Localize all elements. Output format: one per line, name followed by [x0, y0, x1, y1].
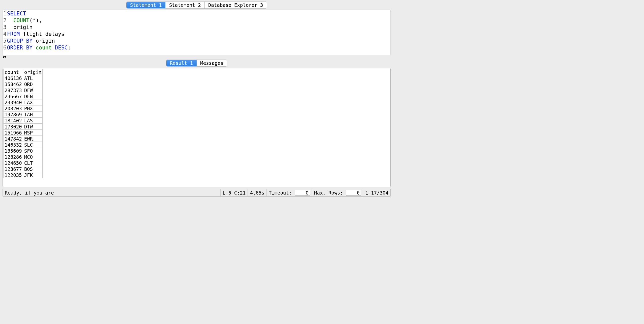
table-cell[interactable]: ATL — [23, 75, 43, 81]
status-elapsed-time: 4.65s — [248, 189, 266, 196]
line-number: 2 — [3, 17, 7, 24]
table-cell[interactable]: SLC — [23, 142, 43, 148]
line-number: 5 — [3, 38, 7, 44]
results-scroll[interactable]: countorigin 406136ATL358462ORD287373DFW2… — [3, 69, 390, 186]
table-row[interactable]: 124650CLT — [4, 160, 43, 166]
splitter-handle[interactable]: ▲▼ — [0, 55, 393, 59]
line-number: 6 — [3, 44, 7, 51]
code-line[interactable]: GROUP BY origin — [7, 38, 71, 44]
table-cell[interactable]: 124650 — [4, 160, 23, 166]
results-panel: countorigin 406136ATL358462ORD287373DFW2… — [3, 68, 391, 187]
results-table[interactable]: countorigin 406136ATL358462ORD287373DFW2… — [3, 69, 43, 178]
table-cell[interactable]: 147842 — [4, 136, 23, 142]
tab-messages[interactable]: Messages — [197, 60, 227, 66]
table-cell[interactable]: SFO — [23, 148, 43, 154]
table-row[interactable]: 128286MCO — [4, 154, 43, 160]
table-row[interactable]: 173020DTW — [4, 124, 43, 130]
table-cell[interactable]: JFK — [23, 172, 43, 178]
table-row[interactable]: 147842EWR — [4, 136, 43, 142]
table-cell[interactable]: BOS — [23, 166, 43, 172]
tab-result-1[interactable]: Result 1 — [166, 60, 197, 66]
table-cell[interactable]: IAH — [23, 112, 43, 118]
table-cell[interactable]: MCO — [23, 154, 43, 160]
status-maxrows: Max. Rows: — [312, 189, 363, 196]
line-number: 4 — [3, 31, 7, 38]
table-cell[interactable]: 208203 — [4, 105, 23, 112]
table-cell[interactable]: DTW — [23, 124, 43, 130]
editor-gutter: 123456 — [3, 10, 7, 51]
result-tabbar: Result 1 Messages — [166, 60, 227, 67]
table-cell[interactable]: ORD — [23, 81, 43, 87]
top-tabbar: Statement 1 Statement 2 Database Explore… — [126, 2, 267, 9]
table-cell[interactable]: LAS — [23, 118, 43, 124]
table-cell[interactable]: 128286 — [4, 154, 23, 160]
table-cell[interactable]: DEN — [23, 93, 43, 99]
table-cell[interactable]: DFW — [23, 87, 43, 93]
table-cell[interactable]: 122035 — [4, 172, 23, 178]
table-cell[interactable]: EWR — [23, 136, 43, 142]
table-cell[interactable]: 406136 — [4, 75, 23, 81]
table-row[interactable]: 358462ORD — [4, 81, 43, 87]
editor-code[interactable]: SELECT COUNT(*), originFROM flight_delay… — [7, 10, 71, 51]
status-timeout: Timeout: — [267, 189, 312, 196]
line-number: 3 — [3, 24, 7, 31]
sql-editor[interactable]: 123456 SELECT COUNT(*), originFROM fligh… — [3, 10, 391, 55]
table-cell[interactable]: 181402 — [4, 118, 23, 124]
line-number: 1 — [3, 10, 7, 17]
timeout-input[interactable] — [295, 190, 310, 196]
code-line[interactable]: ORDER BY count DESC; — [7, 44, 71, 51]
table-row[interactable]: 197869IAH — [4, 112, 43, 118]
status-ready: Ready, if you are — [3, 189, 221, 196]
table-cell[interactable]: 358462 — [4, 81, 23, 87]
table-cell[interactable]: 123677 — [4, 166, 23, 172]
status-timeout-label: Timeout: — [269, 190, 292, 196]
code-line[interactable]: FROM flight_delays — [7, 31, 71, 38]
table-cell[interactable]: PHX — [23, 105, 43, 112]
table-cell[interactable]: LAX — [23, 99, 43, 105]
status-row-range: 1-17/304 — [363, 189, 390, 196]
table-row[interactable]: 287373DFW — [4, 87, 43, 93]
splitter-arrows-icon: ▲▼ — [3, 56, 6, 58]
result-tab-strip: Result 1 Messages — [0, 59, 393, 68]
table-row[interactable]: 233940LAX — [4, 99, 43, 105]
table-cell[interactable]: 236667 — [4, 93, 23, 99]
table-cell[interactable]: 233940 — [4, 99, 23, 105]
tab-database-explorer-3[interactable]: Database Explorer 3 — [205, 2, 266, 8]
table-row[interactable]: 123677BOS — [4, 166, 43, 172]
tab-statement-2[interactable]: Statement 2 — [166, 2, 205, 8]
column-header[interactable]: origin — [23, 69, 43, 75]
table-row[interactable]: 146332SLC — [4, 142, 43, 148]
status-cursor-position: L:6 C:21 — [221, 189, 248, 196]
table-cell[interactable]: 197869 — [4, 112, 23, 118]
table-row[interactable]: 122035JFK — [4, 172, 43, 178]
table-cell[interactable]: 135609 — [4, 148, 23, 154]
status-maxrows-label: Max. Rows: — [314, 190, 343, 196]
tab-statement-1[interactable]: Statement 1 — [126, 2, 166, 8]
table-cell[interactable]: CLT — [23, 160, 43, 166]
code-line[interactable]: SELECT — [7, 10, 71, 17]
table-row[interactable]: 151966MSP — [4, 130, 43, 136]
column-header[interactable]: count — [4, 69, 23, 75]
table-cell[interactable]: 173020 — [4, 124, 23, 130]
top-tab-strip: Statement 1 Statement 2 Database Explore… — [0, 0, 393, 10]
code-line[interactable]: origin — [7, 24, 71, 31]
table-row[interactable]: 135609SFO — [4, 148, 43, 154]
table-cell[interactable]: MSP — [23, 130, 43, 136]
maxrows-input[interactable] — [346, 190, 361, 196]
code-line[interactable]: COUNT(*), — [7, 17, 71, 24]
app-root: Statement 1 Statement 2 Database Explore… — [0, 0, 393, 198]
table-cell[interactable]: 146332 — [4, 142, 23, 148]
table-row[interactable]: 406136ATL — [4, 75, 43, 81]
table-cell[interactable]: 151966 — [4, 130, 23, 136]
table-row[interactable]: 181402LAS — [4, 118, 43, 124]
table-row[interactable]: 208203PHX — [4, 105, 43, 112]
status-bar: Ready, if you are L:6 C:21 4.65s Timeout… — [3, 189, 391, 197]
table-cell[interactable]: 287373 — [4, 87, 23, 93]
table-row[interactable]: 236667DEN — [4, 93, 43, 99]
